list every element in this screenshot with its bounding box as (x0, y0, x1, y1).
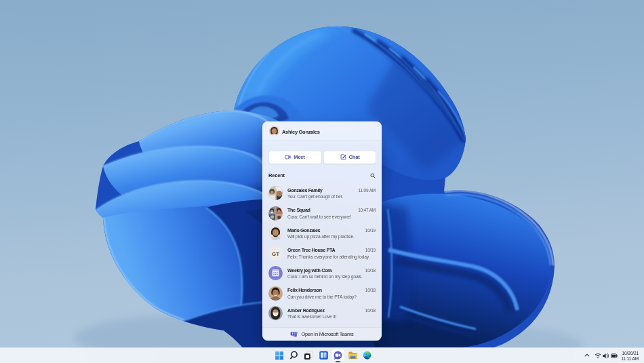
svg-text:GT: GT (272, 250, 279, 256)
